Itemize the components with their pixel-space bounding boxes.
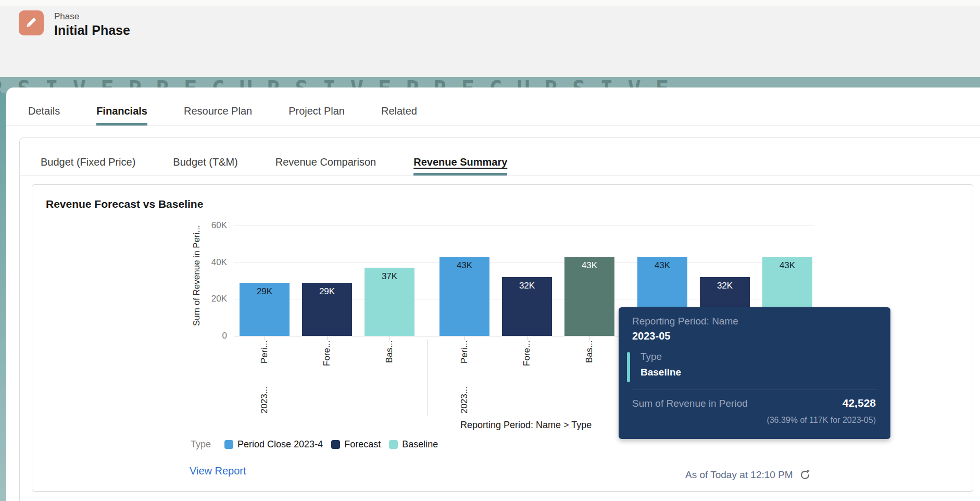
refresh-icon[interactable] (799, 469, 811, 481)
chart-tooltip: Reporting Period: Name 2023-05 Type Base… (619, 307, 890, 439)
tab-resource-plan[interactable]: Resource Plan (184, 105, 252, 126)
bar-baseline[interactable] (564, 257, 614, 336)
legend-item[interactable]: Forecast (331, 439, 381, 450)
tooltip-divider (632, 390, 877, 390)
tab-related[interactable]: Related (381, 105, 417, 126)
as-of-text: As of Today at 12:10 PM (685, 469, 793, 481)
phase-object-icon (19, 10, 44, 35)
legend-swatch (331, 440, 340, 449)
x-axis-caption: Reporting Period: Name > Type (460, 420, 592, 431)
as-of-row: As of Today at 12:10 PM (685, 469, 811, 481)
financials-subtab-bar: Budget (Fixed Price)Budget (T&M)Revenue … (20, 137, 980, 176)
tab-details[interactable]: Details (28, 105, 60, 126)
bar-forecast[interactable] (302, 283, 352, 336)
legend-item[interactable]: Baseline (389, 439, 438, 450)
tooltip-header-label: Reporting Period: Name (632, 316, 738, 327)
y-axis-title: Sum of Revenue in Peri... (192, 225, 203, 337)
legend-title: Type (191, 439, 211, 450)
tab-financials[interactable]: Financials (96, 105, 147, 126)
tooltip-type-value: Baseline (640, 367, 681, 378)
tooltip-metric-label: Sum of Revenue in Period (632, 398, 748, 409)
record-header: Phase Initial Phase (0, 0, 980, 77)
record-name: Initial Phase (54, 23, 130, 38)
view-report-link[interactable]: View Report (190, 465, 246, 477)
legend-label: Period Close 2023-4 (237, 439, 323, 450)
legend-swatch (224, 440, 233, 449)
tooltip-metric-value: 42,528 (843, 397, 876, 409)
chart-legend: Type Period Close 2023-4ForecastBaseline (191, 439, 438, 450)
legend-label: Forecast (344, 439, 381, 450)
record-type-label: Phase (54, 11, 79, 22)
tooltip-metric-percent: (36.39% of 117K for 2023-05) (767, 416, 876, 425)
tab-project-plan[interactable]: Project Plan (288, 105, 345, 126)
subtab-budget-fixed-price[interactable]: Budget (Fixed Price) (41, 156, 135, 176)
bar-forecast[interactable] (502, 277, 552, 336)
legend-items: Period Close 2023-4ForecastBaseline (224, 439, 438, 450)
main-tab-bar: DetailsFinancialsResource PlanProject Pl… (6, 87, 980, 126)
subtab-revenue-summary[interactable]: Revenue Summary (413, 156, 507, 176)
tooltip-type-label: Type (640, 351, 662, 362)
legend-item[interactable]: Period Close 2023-4 (224, 439, 323, 450)
tooltip-accent-bar (627, 352, 630, 382)
header-top-strip (0, 0, 980, 6)
bar-period-close-2023-4[interactable] (240, 283, 290, 336)
pencil-icon (24, 15, 39, 31)
legend-label: Baseline (402, 439, 438, 450)
legend-swatch (389, 440, 398, 449)
tooltip-header-value: 2023-05 (632, 330, 670, 342)
subtab-budget-t-m[interactable]: Budget (T&M) (173, 156, 237, 176)
bar-period-close-2023-4[interactable] (439, 257, 489, 336)
subtab-revenue-comparison[interactable]: Revenue Comparison (275, 156, 376, 176)
bar-baseline[interactable] (365, 268, 414, 336)
page: Phase Initial Phase RSIVEPRECURSIVEPRECU… (0, 0, 980, 501)
chart-title: Revenue Forecast vs Baseline (46, 198, 203, 210)
